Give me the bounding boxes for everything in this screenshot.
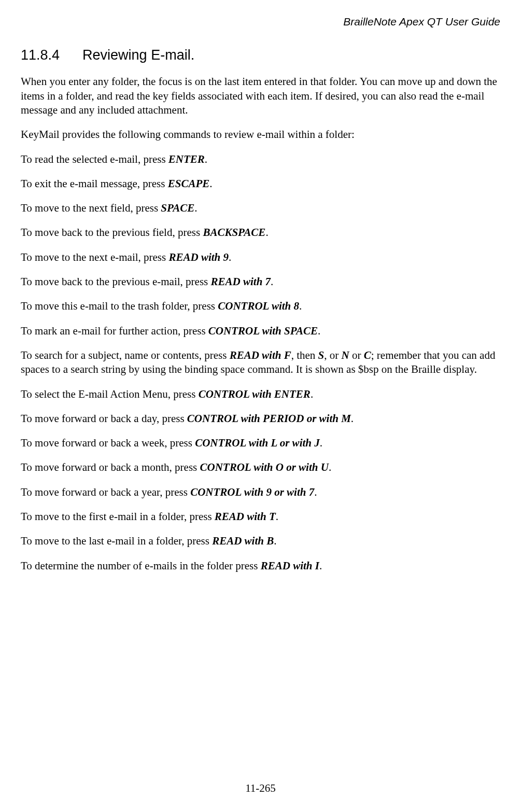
key-read-7: READ with 7 — [211, 275, 271, 288]
page-footer: 11-265 — [0, 781, 521, 795]
key-control-l-j: CONTROL with L or with J — [195, 437, 320, 449]
key-backspace: BACKSPACE — [203, 226, 265, 239]
command-line-6: To move back to the previous e-mail, pre… — [21, 275, 500, 289]
section-number: 11.8.4 — [21, 46, 60, 64]
key-enter: ENTER — [168, 153, 205, 165]
command-line-9: To search for a subject, name or content… — [21, 348, 500, 377]
command-line-5: To move to the next e-mail, press READ w… — [21, 250, 500, 264]
command-line-15: To move to the first e-mail in a folder,… — [21, 510, 500, 524]
section-title: Reviewing E-mail. — [82, 47, 194, 63]
key-read-b: READ with B — [212, 535, 274, 547]
command-line-1: To read the selected e-mail, press ENTER… — [21, 152, 500, 166]
key-n: N — [342, 349, 349, 361]
key-control-9-7: CONTROL with 9 or with 7 — [190, 486, 314, 498]
running-header: BrailleNote Apex QT User Guide — [21, 15, 500, 29]
command-line-7: To move this e-mail to the trash folder,… — [21, 299, 500, 313]
command-line-16: To move to the last e-mail in a folder, … — [21, 534, 500, 548]
command-line-11: To move forward or back a day, press CON… — [21, 412, 500, 426]
key-read-f: READ with F — [230, 349, 291, 361]
key-read-i: READ with I — [261, 559, 319, 572]
intro-paragraph-2: KeyMail provides the following commands … — [21, 128, 500, 142]
key-control-space: CONTROL with SPACE — [208, 325, 318, 337]
command-line-14: To move forward or back a year, press CO… — [21, 485, 500, 499]
key-control-period-m: CONTROL with PERIOD or with M — [187, 412, 351, 425]
page-container: BrailleNote Apex QT User Guide 11.8.4Rev… — [0, 0, 521, 812]
command-line-2: To exit the e-mail message, press ESCAPE… — [21, 177, 500, 191]
intro-paragraph-1: When you enter any folder, the focus is … — [21, 75, 500, 117]
key-control-enter: CONTROL with ENTER — [199, 388, 311, 400]
key-c: C — [364, 349, 371, 361]
key-control-o-u: CONTROL with O or with U — [200, 461, 329, 473]
key-read-9: READ with 9 — [168, 251, 229, 263]
command-line-10: To select the E-mail Action Menu, press … — [21, 387, 500, 401]
command-line-8: To mark an e-mail for further action, pr… — [21, 324, 500, 338]
key-read-t: READ with T — [215, 510, 276, 523]
key-escape: ESCAPE — [168, 177, 210, 190]
command-line-3: To move to the next field, press SPACE. — [21, 201, 500, 215]
command-line-4: To move back to the previous field, pres… — [21, 226, 500, 240]
key-s: S — [318, 349, 325, 361]
key-control-8: CONTROL with 8 — [218, 300, 299, 312]
command-line-13: To move forward or back a month, press C… — [21, 460, 500, 474]
command-line-17: To determine the number of e-mails in th… — [21, 559, 500, 573]
command-line-12: To move forward or back a week, press CO… — [21, 436, 500, 450]
section-heading: 11.8.4Reviewing E-mail. — [21, 46, 500, 64]
key-space: SPACE — [161, 202, 194, 214]
